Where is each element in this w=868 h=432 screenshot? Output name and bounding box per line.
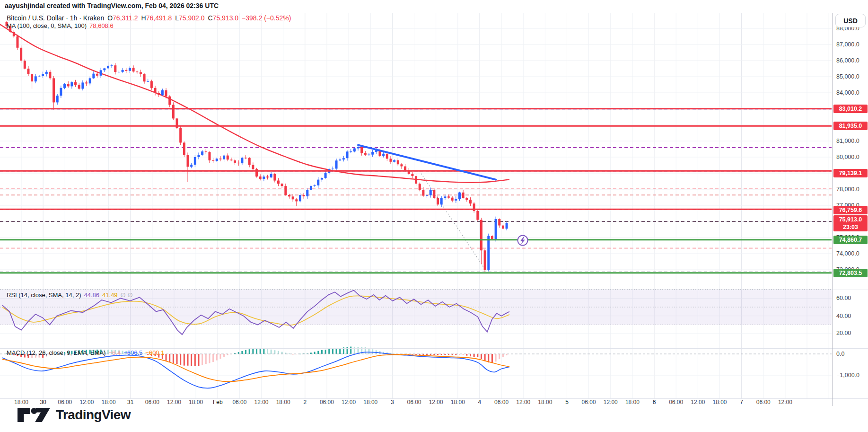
candle-body [27, 69, 29, 74]
macd-hist-bar [241, 351, 243, 354]
candle-body [303, 195, 305, 196]
price-axis-label: 78,000.0 [836, 186, 859, 193]
macd-hist-bar [347, 347, 348, 354]
candle-body [63, 84, 66, 88]
candle-body [74, 82, 77, 85]
candle-body [444, 196, 446, 198]
ohlc-high-value: 76,491.8 [146, 14, 172, 22]
candle-body [49, 72, 51, 79]
price-level-tag: 81,935.0 [833, 122, 868, 130]
macd-hist-bar [499, 354, 500, 359]
candle-body [469, 200, 472, 203]
macd-hist-bar [212, 354, 214, 362]
rsi-legend-label: RSI (14, close, SMA, 14, 2) [7, 291, 81, 299]
candle-body [440, 198, 443, 204]
ohlc-close-value: 75,913.0 [213, 14, 239, 22]
macd-hist-bar [238, 352, 239, 354]
macd-hist-bar [205, 354, 207, 364]
candle-body [270, 174, 272, 177]
ma-legend-label: MA (100, close, 0, SMA, 100) [7, 22, 87, 29]
candle-body [179, 128, 182, 142]
candle-body [476, 211, 479, 220]
candle-body [371, 152, 374, 155]
candle-body [263, 176, 265, 179]
candle-body [245, 158, 247, 158]
candle-body [92, 74, 95, 79]
candle-body [20, 48, 22, 61]
bar-countdown: 23:03 [833, 223, 868, 231]
candle-body [70, 82, 73, 87]
candle-body [223, 156, 225, 159]
candle-body [353, 149, 356, 152]
macd-hist-bar [194, 354, 196, 366]
tradingview-logo-text: TradingView [56, 407, 131, 423]
macd-hist-bar [354, 347, 355, 354]
tradingview-logo[interactable]: TradingView [17, 407, 131, 423]
candle-body [277, 181, 280, 184]
macd-hist-bar [415, 354, 417, 355]
candle-body [321, 178, 323, 180]
price-level-tag: 79,139.1 [833, 169, 868, 177]
candle-body [118, 72, 120, 72]
price-level-tag: 74,860.7 [833, 236, 868, 244]
ma100-line[interactable] [0, 25, 509, 183]
macd-hist-bar [441, 354, 442, 355]
candle-body [168, 97, 171, 105]
macd-legend[interactable]: MACD (12, 26, close, 9, EMA, EMA)−6.4−60… [7, 349, 164, 356]
macd-hist-bar [350, 347, 351, 354]
candle-body [306, 190, 308, 196]
candle-body [208, 152, 210, 160]
candle-body [335, 160, 338, 168]
price-axis-label: 74,000.0 [836, 250, 859, 257]
flash-icon[interactable] [518, 236, 528, 246]
candle-body [107, 66, 109, 69]
candle-body [259, 176, 262, 179]
macd-hist-bar [412, 354, 413, 354]
candle-body [67, 84, 70, 86]
macd-hist-bar [481, 354, 482, 359]
macd-axis-label: 0.0 [836, 351, 844, 357]
macd-hist-bar [216, 354, 218, 361]
candle-body [129, 68, 131, 71]
rsi-axis-label: 20.00 [836, 330, 851, 336]
candle-body [458, 193, 461, 199]
candle-body [85, 82, 88, 83]
rsi-ma-value: 41.49 [102, 291, 118, 299]
candle-body [415, 176, 417, 184]
candle-body [241, 158, 243, 163]
macd-hist-bar [437, 354, 438, 355]
macd-hist-bar [169, 354, 170, 362]
macd-hist-bar [317, 351, 319, 354]
macd-hist-bar [260, 349, 261, 354]
trendline[interactable] [358, 145, 496, 180]
rsi-legend[interactable]: RSI (14, close, SMA, 14, 2)44.8641.49∅ ∅ [7, 291, 133, 299]
candle-body [397, 160, 399, 165]
ma-legend[interactable]: MA (100, close, 0, SMA, 100)78,608.6 [7, 22, 114, 29]
candle-body [317, 180, 319, 185]
candle-body [433, 190, 435, 198]
candle-body [273, 174, 276, 181]
candle-body [190, 165, 193, 167]
macd-legend-label: MACD (12, 26, close, 9, EMA, EMA) [7, 349, 106, 356]
macd-hist-bar [463, 354, 464, 355]
candle-body [252, 165, 254, 169]
price-level-tag: 72,803.5 [833, 269, 868, 277]
current-price-value: 75,913.0 [833, 216, 868, 223]
candle-body [495, 219, 497, 239]
candle-body [201, 151, 203, 155]
symbol-legend[interactable]: Bitcoin / U.S. Dollar · 1h · KrakenO76,3… [7, 14, 291, 22]
watermark-credit: aayushjindal created with TradingView.co… [5, 2, 219, 9]
candle-body [487, 236, 490, 270]
macd-hist-bar [495, 354, 497, 361]
macd-hist-bar [502, 354, 504, 357]
macd-hist-bar [209, 354, 210, 363]
candle-body [237, 163, 240, 163]
candle-body [136, 71, 138, 72]
macd-hist-bar [184, 354, 185, 366]
candle-body [56, 96, 59, 102]
macd-hist-value: −6.4 [109, 349, 121, 356]
currency-button[interactable]: USD [835, 14, 866, 27]
candle-body [187, 155, 189, 167]
candle-body [35, 76, 37, 81]
chart-canvas[interactable] [0, 0, 868, 432]
